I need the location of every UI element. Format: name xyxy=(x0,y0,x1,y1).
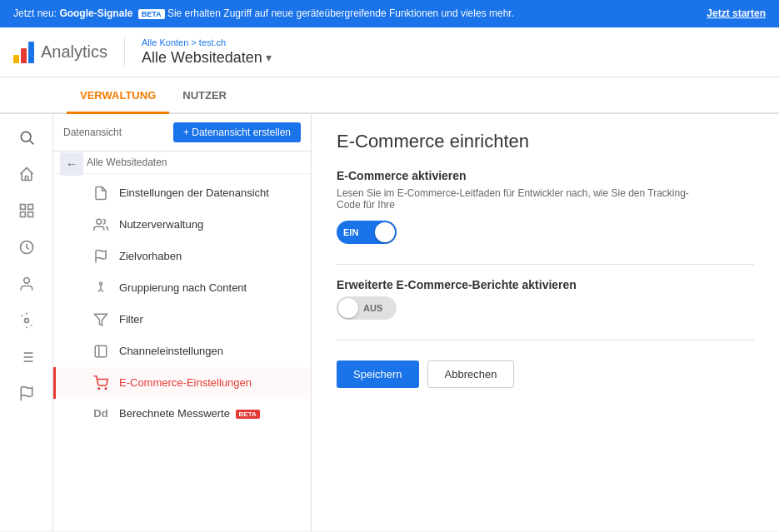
header-divider xyxy=(124,37,125,67)
filter-icon xyxy=(92,312,109,327)
flag-icon xyxy=(92,249,109,264)
nav-item-filter[interactable]: Filter xyxy=(53,304,311,336)
chevron-down-icon: ▾ xyxy=(266,51,272,64)
svg-point-26 xyxy=(98,388,100,390)
save-button[interactable]: Speichern xyxy=(337,360,419,388)
person-icon xyxy=(92,281,109,296)
logo-bar-1 xyxy=(13,55,19,63)
ecommerce-enable-section: E-Commerce aktivieren Lesen Sie im E-Com… xyxy=(337,169,754,244)
advanced-section-title: Erweiterte E-Commerce-Berichte aktiviere… xyxy=(337,278,754,291)
section-divider xyxy=(337,264,754,265)
svg-point-7 xyxy=(23,277,29,283)
sidebar-icon-dashboard[interactable] xyxy=(7,194,47,227)
svg-line-12 xyxy=(31,325,32,326)
toggle-off-label: AUS xyxy=(363,303,382,313)
advanced-section: Erweiterte E-Commerce-Berichte aktiviere… xyxy=(337,278,754,320)
svg-marker-23 xyxy=(95,314,107,326)
users-icon xyxy=(92,217,109,232)
nav-item-ecommerce[interactable]: E-Commerce-Einstellungen xyxy=(53,367,311,399)
logo-bar-3 xyxy=(28,42,34,63)
account-selector-label: Alle Websitedaten xyxy=(142,49,262,67)
sidebar-icon-home[interactable] xyxy=(7,157,47,191)
nav-items: Einstellungen der Datenansicht Nutzerver… xyxy=(53,174,311,428)
app-logo: Analytics xyxy=(13,40,107,63)
nav-panel-subtitle: ← Alle Websitedaten xyxy=(53,152,311,174)
svg-point-8 xyxy=(24,318,28,322)
nav-panel-title: Datenansicht xyxy=(63,127,122,138)
action-buttons: Speichern Abbrechen xyxy=(337,360,754,388)
sidebar-icon-user[interactable] xyxy=(7,267,47,301)
banner-cta[interactable]: Jetzt starten xyxy=(707,7,766,21)
nav-item-zielvorhaben[interactable]: Zielvorhaben xyxy=(53,241,311,272)
nav-item-messwerte[interactable]: Dd Berechnete Messwerte BETA xyxy=(53,399,311,428)
main-layout: Datenansicht + Datenansicht erstellen ← … xyxy=(0,114,779,531)
promo-banner: Jetzt neu: Google-Signale BETA Sie erhal… xyxy=(0,0,779,27)
svg-rect-3 xyxy=(27,204,32,209)
header-nav: Alle Konten > test.ch Alle Websitedaten … xyxy=(142,37,272,67)
sidebar-icon-clock[interactable] xyxy=(7,231,47,264)
ecommerce-section-desc: Lesen Sie im E-Commerce-Leitfaden für En… xyxy=(337,187,712,211)
svg-rect-2 xyxy=(20,204,25,209)
sidebar-icon-list[interactable] xyxy=(7,341,47,374)
banner-beta-badge: BETA xyxy=(138,9,165,19)
tabs-row: VERWALTUNG NUTZER xyxy=(0,77,779,114)
toggle-on-label: EIN xyxy=(337,227,358,237)
svg-line-1 xyxy=(29,141,33,145)
breadcrumb[interactable]: Alle Konten > test.ch xyxy=(142,37,272,47)
nav-item-gruppierung[interactable]: Gruppierung nach Content xyxy=(53,272,311,304)
app-title: Analytics xyxy=(41,42,107,62)
content-area: E-Commerce einrichten E-Commerce aktivie… xyxy=(312,114,779,531)
tab-verwaltung[interactable]: VERWALTUNG xyxy=(67,79,169,114)
svg-point-0 xyxy=(21,132,31,142)
document-icon xyxy=(92,186,109,201)
page-title: E-Commerce einrichten xyxy=(337,131,754,152)
sidebar-icon-search[interactable] xyxy=(7,121,47,154)
svg-point-20 xyxy=(97,219,102,224)
svg-rect-5 xyxy=(20,211,25,216)
advanced-toggle-container: AUS xyxy=(337,296,754,320)
back-button[interactable]: ← xyxy=(60,152,83,176)
logo-bar-2 xyxy=(21,48,27,63)
nav-panel: Datenansicht + Datenansicht erstellen ← … xyxy=(53,114,312,531)
cart-icon xyxy=(92,375,109,390)
svg-rect-24 xyxy=(95,346,107,357)
cancel-button[interactable]: Abbrechen xyxy=(427,360,515,388)
logo-bars-icon xyxy=(13,40,34,63)
create-view-button[interactable]: + Datenansicht erstellen xyxy=(173,122,301,142)
nav-item-channel[interactable]: Channeleinstellungen xyxy=(53,336,311,367)
banner-new-label: Jetzt neu: xyxy=(13,7,57,19)
toggle-knob xyxy=(375,222,395,242)
tab-nutzer[interactable]: NUTZER xyxy=(169,79,240,114)
advanced-toggle[interactable]: AUS xyxy=(337,296,397,320)
account-selector[interactable]: Alle Websitedaten ▾ xyxy=(142,49,272,67)
banner-feature-name: Google-Signale xyxy=(59,7,132,19)
app-header: Analytics Alle Konten > test.ch Alle Web… xyxy=(0,27,779,77)
sidebar-icon-flag[interactable] xyxy=(7,377,47,410)
banner-description: Sie erhalten Zugriff auf neue geräteüber… xyxy=(167,7,514,19)
section-divider-2 xyxy=(337,340,754,341)
svg-rect-4 xyxy=(27,211,32,216)
ecommerce-toggle-container: EIN xyxy=(337,221,754,244)
svg-point-22 xyxy=(100,282,102,285)
beta-badge: BETA xyxy=(236,410,260,419)
svg-point-27 xyxy=(105,388,107,390)
sidebar-icon-tools[interactable] xyxy=(7,304,47,337)
svg-line-11 xyxy=(21,315,22,316)
nav-item-einstellungen[interactable]: Einstellungen der Datenansicht xyxy=(53,177,311,209)
banner-text: Jetzt neu: Google-Signale BETA Sie erhal… xyxy=(13,7,702,21)
ecommerce-toggle[interactable]: EIN xyxy=(337,221,397,244)
toggle-knob-off xyxy=(338,298,358,318)
nav-panel-header: Datenansicht + Datenansicht erstellen xyxy=(53,114,311,152)
nav-item-nutzerverwaltung[interactable]: Nutzerverwaltung xyxy=(53,209,311,241)
dd-icon: Dd xyxy=(92,407,109,420)
channel-icon xyxy=(92,344,109,359)
ecommerce-section-title: E-Commerce aktivieren xyxy=(337,169,754,182)
sidebar-icons xyxy=(0,114,53,531)
